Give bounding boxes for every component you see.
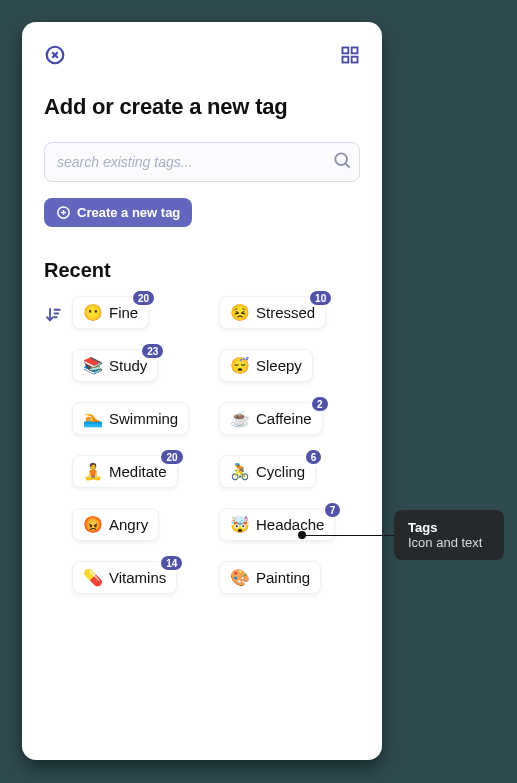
- recent-title: Recent: [44, 259, 360, 282]
- tag-count-badge: 7: [323, 501, 343, 519]
- sort-icon[interactable]: [44, 296, 62, 594]
- tag-emoji-icon: 📚: [83, 358, 103, 374]
- tag-label: Swimming: [109, 410, 178, 427]
- tag-emoji-icon: 😡: [83, 517, 103, 533]
- tag-chip[interactable]: 😣Stressed10: [219, 296, 326, 329]
- tag-emoji-icon: 🧘: [83, 464, 103, 480]
- tag-emoji-icon: 🏊: [83, 411, 103, 427]
- create-tag-label: Create a new tag: [77, 205, 180, 220]
- tag-chip[interactable]: 💊Vitamins14: [72, 561, 177, 594]
- svg-line-8: [346, 164, 350, 168]
- tag-chip[interactable]: 🚴Cycling6: [219, 455, 316, 488]
- tag-label: Fine: [109, 304, 138, 321]
- tag-label: Vitamins: [109, 569, 166, 586]
- tag-label: Painting: [256, 569, 310, 586]
- tag-emoji-icon: 😣: [230, 305, 250, 321]
- tag-chip[interactable]: 🎨Painting: [219, 561, 321, 594]
- tag-count-badge: 20: [131, 289, 156, 307]
- tag-emoji-icon: 🤯: [230, 517, 250, 533]
- close-icon[interactable]: [44, 44, 66, 66]
- tag-label: Stressed: [256, 304, 315, 321]
- tag-emoji-icon: 🎨: [230, 570, 250, 586]
- tag-chip[interactable]: 🧘Meditate20: [72, 455, 178, 488]
- plus-circle-icon: [56, 205, 71, 220]
- tag-label: Cycling: [256, 463, 305, 480]
- tags-grid: 😶Fine20😣Stressed10📚Study23😴Sleepy🏊Swimmi…: [72, 296, 360, 594]
- tag-chip[interactable]: ☕Caffeine2: [219, 402, 323, 435]
- tag-chip[interactable]: 😡Angry: [72, 508, 159, 541]
- svg-rect-3: [343, 48, 349, 54]
- tag-emoji-icon: 😶: [83, 305, 103, 321]
- tag-label: Meditate: [109, 463, 167, 480]
- tag-chip[interactable]: 🤯Headache7: [219, 508, 335, 541]
- tag-emoji-icon: 😴: [230, 358, 250, 374]
- tag-count-badge: 2: [310, 395, 330, 413]
- tag-count-badge: 14: [159, 554, 184, 572]
- tag-panel: Add or create a new tag Create a new tag…: [22, 22, 382, 760]
- tag-label: Angry: [109, 516, 148, 533]
- tag-emoji-icon: 💊: [83, 570, 103, 586]
- tag-label: Study: [109, 357, 147, 374]
- tag-chip[interactable]: 😴Sleepy: [219, 349, 313, 382]
- search-wrap: [44, 142, 360, 182]
- search-input[interactable]: [44, 142, 360, 182]
- search-icon[interactable]: [332, 150, 352, 174]
- annotation-box: Tags Icon and text: [394, 510, 504, 560]
- tag-count-badge: 6: [304, 448, 324, 466]
- tag-label: Caffeine: [256, 410, 312, 427]
- svg-rect-4: [352, 48, 358, 54]
- page-title: Add or create a new tag: [44, 94, 360, 120]
- tag-chip[interactable]: 📚Study23: [72, 349, 158, 382]
- tag-emoji-icon: ☕: [230, 411, 250, 427]
- tag-chip[interactable]: 😶Fine20: [72, 296, 149, 329]
- svg-rect-5: [343, 57, 349, 63]
- tag-count-badge: 20: [159, 448, 184, 466]
- tag-count-badge: 10: [308, 289, 333, 307]
- tag-emoji-icon: 🚴: [230, 464, 250, 480]
- grid-icon[interactable]: [340, 45, 360, 65]
- tag-chip[interactable]: 🏊Swimming: [72, 402, 189, 435]
- tag-label: Sleepy: [256, 357, 302, 374]
- top-row: [44, 44, 360, 66]
- tags-area: 😶Fine20😣Stressed10📚Study23😴Sleepy🏊Swimmi…: [44, 296, 360, 594]
- svg-point-7: [335, 153, 347, 165]
- annotation-title: Tags: [408, 520, 490, 535]
- annotation-subtitle: Icon and text: [408, 535, 490, 550]
- svg-rect-6: [352, 57, 358, 63]
- tag-count-badge: 23: [140, 342, 165, 360]
- create-tag-button[interactable]: Create a new tag: [44, 198, 192, 227]
- tag-label: Headache: [256, 516, 324, 533]
